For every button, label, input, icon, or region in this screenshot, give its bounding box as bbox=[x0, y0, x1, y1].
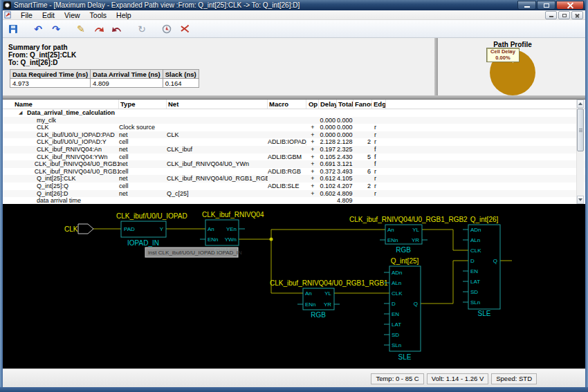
close-button[interactable] bbox=[556, 1, 584, 10]
summary-table: Data Required Time (ns) Data Arrival Tim… bbox=[10, 69, 199, 88]
cell-type: net bbox=[119, 131, 167, 139]
undo-button[interactable]: ↶ bbox=[30, 21, 46, 37]
redo-button[interactable]: ↷ bbox=[48, 21, 64, 37]
mdi-close-button[interactable] bbox=[571, 11, 583, 19]
cell-op: + bbox=[306, 183, 319, 190]
cell-delay: 0.197 bbox=[319, 146, 337, 153]
col-header-delay[interactable]: Delay bbox=[319, 100, 337, 109]
grid-scrollbar[interactable] bbox=[576, 100, 584, 204]
minimize-button[interactable] bbox=[517, 1, 536, 10]
pin-an: An bbox=[387, 227, 394, 233]
edit-delay-icon: ✎ bbox=[77, 24, 85, 34]
table-row[interactable]: Q_int[25]:CLK net CLK_ibuf_RNIVQ04/U0_RG… bbox=[3, 175, 585, 183]
cell-net: CLK_ibuf bbox=[167, 146, 268, 153]
maximize-button[interactable] bbox=[537, 1, 555, 10]
clk-port[interactable]: CLK bbox=[64, 224, 93, 234]
col-header-net[interactable]: Net bbox=[167, 100, 268, 109]
cell-edge: f bbox=[372, 160, 386, 168]
maximum-delay-button[interactable] bbox=[91, 21, 107, 37]
table-row[interactable]: my_clk 0.000 0.000 bbox=[3, 117, 585, 124]
mdi-minimize-button[interactable] bbox=[545, 11, 557, 19]
pin-adn: ADn bbox=[470, 227, 481, 233]
menu-edit[interactable]: Edit bbox=[37, 10, 59, 20]
cell-delay: 0.102 bbox=[319, 183, 337, 190]
cell-edge: f bbox=[372, 146, 386, 153]
iopad-box[interactable]: CLK_ibuf/U0/U_IOPAD PAD Y IOPAD_IN bbox=[116, 212, 187, 247]
pin-q: Q bbox=[493, 258, 497, 264]
pie-tooltip-value: 0.00% bbox=[487, 55, 519, 61]
menu-help[interactable]: Help bbox=[111, 10, 136, 20]
table-row[interactable]: Q_int[26]:D net Q_c[25] + 0.602 4.809 r bbox=[3, 190, 585, 198]
table-row[interactable]: CLK_ibuf/U0/U_IOPAD:Y cell ADLIB:IOPAD_I… bbox=[3, 138, 585, 146]
menu-bar: File Edit View Tools Help bbox=[3, 10, 585, 20]
cell-edge: r bbox=[372, 131, 386, 139]
pin-adn: ADn bbox=[392, 270, 403, 276]
scroll-down-button[interactable] bbox=[577, 196, 584, 204]
pin-ywn: YWn bbox=[225, 236, 237, 243]
col-header-op[interactable]: Op bbox=[306, 100, 319, 109]
table-row[interactable]: Q_int[25]:Q cell ADLIB:SLE + 0.102 4.207… bbox=[3, 183, 585, 190]
col-header-total[interactable]: Total bbox=[337, 100, 353, 109]
q25-box[interactable]: Q_int[25] ADn ALn CLK D EN LAT SD SLn Q … bbox=[384, 257, 421, 361]
table-row[interactable]: CLK_ibuf_RNIVQ04:An net CLK_ibuf + 0.197… bbox=[3, 146, 585, 153]
table-row[interactable]: CLK_ibuf/U0/U_IOPAD:PAD net CLK + 0.000 … bbox=[3, 131, 585, 139]
mdi-close-icon bbox=[575, 13, 580, 18]
scroll-up-button[interactable] bbox=[577, 100, 584, 108]
edit-delay-button[interactable]: ✎ bbox=[73, 21, 89, 37]
rgb2-box[interactable]: CLK_ibuf_RNIVQ04/U0_RGB1_RGB2 An YL ENn … bbox=[349, 216, 468, 254]
timer-icon bbox=[161, 24, 172, 35]
pin-yl: YL bbox=[324, 290, 331, 297]
cell-op: + bbox=[306, 146, 319, 153]
cell-op: + bbox=[306, 168, 319, 176]
table-row[interactable]: CLK_ibuf_RNIVQ04/U0_RGB1_RGB1:An net CLK… bbox=[3, 160, 585, 168]
col-header-edge[interactable]: Edge bbox=[372, 100, 386, 109]
pin-sd: SD bbox=[470, 289, 478, 295]
rgb1-box[interactable]: CLK_ibuf_RNIVQ04/U0_RGB1_RGB1 An YL ENn … bbox=[270, 279, 388, 319]
summary-from: From: Q_int[25]:CLK bbox=[8, 51, 76, 59]
col-header-fanout[interactable]: Fanout bbox=[353, 100, 372, 109]
menu-view[interactable]: View bbox=[59, 10, 85, 20]
col-header-type[interactable]: Type bbox=[119, 100, 167, 109]
recalculate-icon: ↻ bbox=[138, 24, 146, 34]
required-time-header: Data Required Time (ns) bbox=[10, 70, 91, 79]
pin-enn: ENn bbox=[208, 236, 219, 243]
table-row[interactable]: CLK Clock source + 0.000 0.000 r bbox=[3, 124, 585, 131]
title-bar[interactable]: SmartTime - [Maximum Delay - Expanded Pa… bbox=[0, 0, 588, 10]
table-row[interactable]: ◢Data_arrival_time_calculation bbox=[3, 109, 585, 117]
save-button[interactable] bbox=[6, 21, 21, 37]
pin-aln: ALn bbox=[470, 237, 480, 243]
cell-macro: ADLIB:GBM bbox=[268, 153, 306, 161]
mdi-restore-button[interactable] bbox=[558, 11, 570, 19]
cell-op: + bbox=[306, 190, 319, 198]
cell-total: 2.430 bbox=[337, 153, 353, 161]
col-header-name[interactable]: Name bbox=[13, 100, 119, 109]
expand-icon[interactable]: ◢ bbox=[19, 109, 27, 117]
cell-edge: r bbox=[372, 124, 386, 131]
cell-macro: ADLIB:RGB bbox=[268, 168, 306, 176]
slack-value: 0.164 bbox=[163, 79, 199, 88]
cell-total: 2.128 bbox=[337, 138, 353, 146]
table-row[interactable]: CLK_ibuf_RNIVQ04/U0_RGB1_RGB1:YL cell AD… bbox=[3, 168, 585, 176]
scroll-down-icon bbox=[578, 198, 582, 201]
window-border-right bbox=[585, 0, 588, 392]
menu-file[interactable]: File bbox=[16, 10, 37, 20]
rgb2-title: CLK_ibuf_RNIVQ04/U0_RGB1_RGB2 bbox=[349, 216, 468, 223]
redo-icon: ↷ bbox=[52, 24, 60, 34]
timer-button[interactable] bbox=[159, 21, 174, 37]
col-header-macro[interactable]: Macro bbox=[268, 100, 306, 109]
status-bar: Temp: 0 - 85 C Volt: 1.14 - 1.26 V Speed… bbox=[3, 368, 585, 387]
menu-tools[interactable]: Tools bbox=[85, 10, 112, 20]
minimum-delay-button[interactable] bbox=[109, 21, 125, 37]
recalculate-button[interactable]: ↻ bbox=[134, 21, 149, 37]
temperature-field: Temp: 0 - 85 C bbox=[371, 373, 423, 384]
cell-delay: 0.372 bbox=[319, 168, 337, 176]
cell-edge: f bbox=[372, 153, 386, 161]
scrollbar-thumb[interactable] bbox=[577, 109, 584, 151]
table-row[interactable]: CLK_ibuf_RNIVQ04:YWn cell ADLIB:GBM + 0.… bbox=[3, 153, 585, 161]
cross-probe-button[interactable] bbox=[177, 21, 192, 37]
vertical-splitter[interactable] bbox=[434, 38, 438, 95]
q26-box[interactable]: Q_int[26] ADn ALn CLK D EN LAT SD SLn Q … bbox=[463, 216, 500, 317]
tooltip-text: inst CLK_ibuf/U0/U_IOPAD IOPAD_IN bbox=[148, 250, 242, 256]
pie-tooltip: Cell Delay 0.00% bbox=[486, 48, 520, 62]
cell-op: + bbox=[306, 131, 319, 139]
